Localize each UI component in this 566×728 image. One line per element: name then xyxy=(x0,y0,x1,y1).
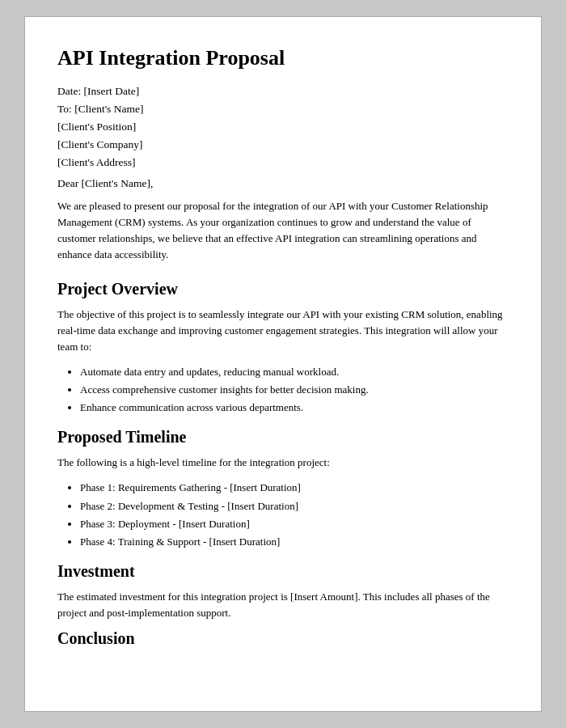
company-field: [Client's Company] xyxy=(57,138,509,151)
timeline-list: Phase 1: Requirements Gathering - [Inser… xyxy=(80,479,509,550)
date-field: Date: [Insert Date] xyxy=(57,85,509,98)
list-item: Phase 4: Training & Support - [Insert Du… xyxy=(80,533,509,551)
list-item: Phase 1: Requirements Gathering - [Inser… xyxy=(80,479,509,497)
project-overview-list: Automate data entry and updates, reducin… xyxy=(80,363,509,417)
proposed-timeline-section: Proposed Timeline The following is a hig… xyxy=(57,428,509,551)
list-item: Automate data entry and updates, reducin… xyxy=(80,363,509,381)
investment-paragraph: The estimated investment for this integr… xyxy=(57,589,509,621)
investment-title: Investment xyxy=(57,562,509,581)
to-field: To: [Client's Name] xyxy=(57,103,509,116)
intro-paragraph: We are pleased to present our proposal f… xyxy=(57,198,509,264)
position-field: [Client's Position] xyxy=(57,121,509,133)
project-overview-paragraph: The objective of this project is to seam… xyxy=(57,307,509,355)
list-item: Phase 2: Development & Testing - [Insert… xyxy=(80,497,509,515)
project-overview-title: Project Overview xyxy=(57,280,509,298)
salutation: Dear [Client's Name], xyxy=(57,177,509,190)
proposed-timeline-title: Proposed Timeline xyxy=(57,428,509,447)
list-item: Access comprehensive customer insights f… xyxy=(80,381,509,399)
investment-section: Investment The estimated investment for … xyxy=(57,562,509,621)
list-item: Phase 3: Deployment - [Insert Duration] xyxy=(80,515,509,533)
conclusion-section: Conclusion xyxy=(57,629,509,648)
address-field: [Client's Address] xyxy=(57,156,509,169)
document-title: API Integration Proposal xyxy=(57,46,509,70)
document-container: API Integration Proposal Date: [Insert D… xyxy=(24,16,542,712)
proposed-timeline-paragraph: The following is a high-level timeline f… xyxy=(57,455,509,471)
list-item: Enhance communication across various dep… xyxy=(80,399,509,417)
project-overview-section: Project Overview The objective of this p… xyxy=(57,280,509,417)
conclusion-title: Conclusion xyxy=(57,629,509,648)
